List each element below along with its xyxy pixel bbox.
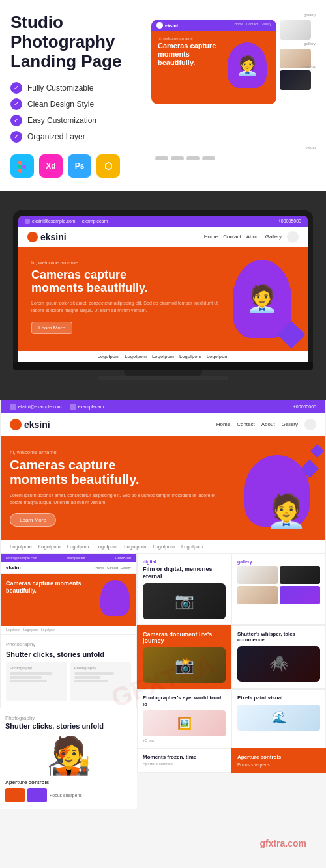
site-nav-home[interactable]: Home	[216, 421, 230, 427]
bottom-char-panel: Photography Shutter clicks, stories unfo…	[0, 708, 137, 809]
laptop-hero-text: hi, welcome arname Cameras capture momen…	[31, 260, 223, 338]
laptop-stand	[124, 370, 202, 376]
site-user-avatar[interactable]	[304, 419, 316, 430]
spider-photo: 🕷️	[237, 646, 320, 682]
laptop-nav-contact: Contact	[223, 234, 241, 240]
brand-dot-4	[202, 156, 215, 160]
bottom-multi-panel: GFXTRA eksini@example.com examplecam +00…	[0, 553, 326, 809]
page-title: Studio Photography Landing Page	[10, 13, 141, 72]
bottom-char-title: Shutter clicks, stories unfold	[5, 722, 132, 731]
preview-brand-strip	[151, 154, 276, 163]
brand-item-3: Logolpom	[152, 354, 174, 359]
laptop-body-text: Lorem ipsum dolor sit amet, consectetur …	[31, 300, 223, 314]
site-brand-6: Logolpom	[153, 544, 175, 549]
story-card-1: Photography	[6, 662, 67, 701]
small-site-topbar: eksini@example.com examplecam +00005000	[1, 554, 136, 562]
laptop-base	[13, 362, 313, 370]
svg-rect-2	[18, 165, 22, 169]
sketch-badge: ⬡	[96, 154, 120, 178]
cam-icon-2	[27, 788, 47, 802]
gallery-label-1: gallery	[280, 13, 316, 17]
site-brand-7: Logolpom	[181, 544, 203, 549]
ps-badge: Ps	[68, 154, 91, 178]
laptop-topbar: eksini@example.com examplecam +00005000	[18, 216, 308, 227]
story-line-6	[74, 680, 109, 682]
laptop-email: eksini@example.com	[25, 219, 76, 224]
story-line-4	[74, 672, 114, 675]
brand-dot-2	[171, 156, 184, 160]
features-list: ✓ Fully Customizable ✓ Clean Design Styl…	[10, 82, 141, 143]
small-email: eksini@example.com	[6, 556, 37, 560]
small-navbar: eksini Home Contact Gallery	[1, 562, 136, 574]
photographer-title: Photographer's eye, world front id	[143, 695, 226, 707]
svg-rect-3	[18, 169, 22, 173]
feature-label-1: Fully Customizable	[27, 83, 93, 92]
laptop-nav: Home Contact About Gallery	[204, 231, 299, 243]
site-char-figure: 🧑‍💼	[266, 492, 306, 530]
svg-rect-1	[22, 161, 26, 165]
small-brand-1: Logolpom	[6, 628, 20, 632]
gallery-thumb-3	[237, 586, 278, 604]
digital-cell: digital Film or digital, memories eterna…	[137, 553, 231, 625]
site-contact-info: eksini@example.com examplecam	[10, 404, 104, 410]
visual-label: visual	[280, 146, 316, 150]
laptop-body: eksini@example.com examplecam +00005000 …	[13, 210, 313, 362]
site-cta-button[interactable]: Learn More	[10, 513, 56, 527]
small-logo: eksini	[6, 565, 21, 570]
site-nav-gallery[interactable]: Gallery	[282, 421, 298, 427]
whisper-title: Shutter's whisper, tales commence	[237, 631, 320, 643]
laptop-wrapper: eksini@example.com examplecam +00005000 …	[13, 210, 313, 380]
gallery-thumb-2	[280, 566, 320, 584]
brand-item-4: Logolpom	[179, 354, 201, 359]
extra-visual-cell: Aperture controls Focus sharpens	[231, 748, 326, 773]
camera-icon	[70, 404, 76, 410]
tool-icons: Xd Ps ⬡	[10, 154, 141, 178]
bottom-left-panel: eksini@example.com examplecam +00005000 …	[0, 553, 137, 809]
site-nav-contact[interactable]: Contact	[237, 421, 255, 427]
gfxtra-watermark: gfxtra.com	[259, 838, 306, 848]
email-icon	[10, 404, 16, 410]
preview-nav-contact: Contact	[246, 22, 258, 29]
bottom-right-panel: digital Film or digital, memories eterna…	[137, 553, 326, 809]
feature-label-2: Clean Design Style	[27, 100, 94, 109]
site-nav-about[interactable]: About	[261, 421, 275, 427]
bottom-right-grid: digital Film or digital, memories eterna…	[137, 553, 326, 773]
site-brand-1: Logolpom	[10, 544, 32, 549]
gallery-cell-label: gallery	[237, 559, 320, 564]
cam-icons-row: Focus sharpens	[5, 788, 132, 802]
small-nav-gallery: Gallery	[121, 566, 131, 570]
character-body: 🧑‍💼	[233, 260, 291, 338]
top-section: Studio Photography Landing Page ✓ Fully …	[0, 0, 326, 191]
preview-welcome: hi, welcome arname	[158, 36, 270, 40]
site-brand-strip: Logolpom Logolpom Logolpom Logolpom Logo…	[1, 540, 325, 553]
laptop-cam: examplecam	[82, 219, 108, 224]
main-preview-card: eksini Home Contact Gallery hi, welcome …	[151, 20, 276, 104]
laptop-logo-icon	[27, 232, 38, 242]
laptop-navbar: eksini Home Contact About Gallery	[18, 227, 308, 247]
site-brand-3: Logolpom	[67, 544, 89, 549]
stories-cards: Photography Photography	[6, 662, 131, 701]
moments-title: Moments frozen, time	[143, 754, 226, 761]
small-site-preview: eksini@example.com examplecam +00005000 …	[0, 553, 137, 634]
laptop-cta-button[interactable]: Learn More	[31, 322, 72, 334]
photo-pink: 🖼️	[143, 710, 226, 736]
char-figure-bottom: 🧑‍🎤	[5, 735, 132, 777]
left-info-panel: Studio Photography Landing Page ✓ Fully …	[10, 13, 141, 178]
story-line-3	[10, 680, 47, 682]
preview-topbar: eksini Home Contact Gallery	[151, 20, 276, 31]
xd-badge: Xd	[39, 154, 63, 178]
gallery-thumb-4	[280, 586, 320, 604]
stories-headline: Shutter clicks, stories unfold	[6, 651, 131, 658]
laptop-headline: Cameras capture moments beautifully.	[31, 268, 223, 295]
laptop-logo: eksini	[27, 232, 67, 242]
small-brand-2: Logolpom	[23, 628, 38, 632]
laptop-nav-about: About	[246, 234, 260, 240]
laptop-user-avatar	[287, 231, 299, 243]
svg-rect-0	[18, 161, 22, 165]
gallery-thumbs	[237, 566, 320, 604]
site-nav-links: Home Contact About Gallery	[216, 419, 316, 430]
check-icon-4: ✓	[10, 131, 22, 143]
cam-icon-1	[5, 788, 25, 802]
site-cam-item: examplecam	[70, 404, 104, 410]
story-card-label-2: Photography	[74, 666, 128, 670]
